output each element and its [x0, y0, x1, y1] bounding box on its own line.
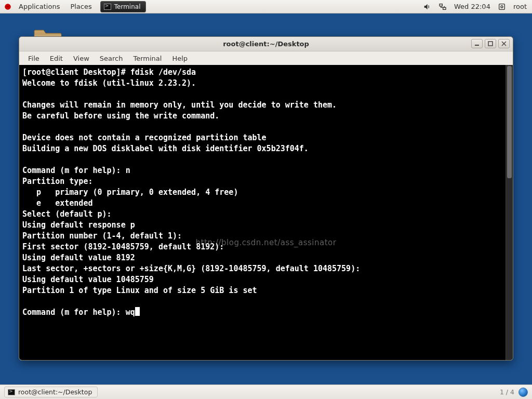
terminal-window: root@client:~/Desktop File Edit View Sea… — [19, 36, 513, 361]
maximize-button[interactable] — [485, 39, 496, 48]
applications-menu[interactable]: Applications — [14, 0, 65, 13]
distro-logo-icon — [4, 3, 11, 10]
terminal-viewport[interactable]: http://blog.csdn.net/ass_assinator [root… — [19, 65, 513, 360]
term-line: Select (default p): — [22, 209, 116, 219]
term-line: Using default value 8192 — [22, 253, 135, 262]
svg-point-4 — [501, 6, 503, 8]
clock[interactable]: Wed 22:04 — [454, 3, 490, 10]
term-line: [root@client Desktop]# fdisk /dev/sda — [22, 68, 196, 77]
window-controls — [471, 39, 510, 48]
workspace-pager-text: 1 / 4 — [500, 388, 514, 396]
bottom-task-terminal[interactable]: root@client:~/Desktop — [4, 387, 98, 397]
term-line: Partition type: — [22, 177, 92, 186]
taskbar-app-terminal[interactable]: Terminal — [100, 1, 147, 12]
term-line: Command (m for help): n — [22, 166, 130, 175]
panel-left: Applications Places Terminal — [0, 0, 146, 13]
taskbar-app-label: Terminal — [114, 3, 141, 10]
term-line: First sector (8192-10485759, default 819… — [22, 242, 229, 251]
volume-icon[interactable] — [423, 3, 431, 11]
minimize-button[interactable] — [471, 39, 483, 48]
term-input: wq — [126, 308, 135, 317]
scrollbar-thumb[interactable] — [507, 66, 512, 178]
panel-right: Wed 22:04 root — [423, 0, 532, 13]
menubar: File Edit View Search Terminal Help — [19, 51, 513, 65]
close-button[interactable] — [498, 39, 510, 48]
top-panel: Applications Places Terminal Wed 22:04 r… — [0, 0, 532, 14]
term-line: Device does not contain a recognized par… — [22, 133, 267, 142]
workspace-indicator-icon[interactable] — [518, 388, 528, 397]
places-label: Places — [70, 3, 91, 10]
svg-rect-6 — [488, 42, 493, 46]
menu-view[interactable]: View — [69, 54, 94, 63]
places-menu[interactable]: Places — [65, 0, 97, 13]
term-line: Partition number (1-4, default 1): — [22, 231, 187, 241]
power-icon[interactable] — [498, 3, 506, 11]
menu-help[interactable]: Help — [167, 54, 192, 63]
menu-file[interactable]: File — [23, 54, 44, 63]
menu-terminal[interactable]: Terminal — [128, 54, 166, 63]
term-line: Using default response p — [22, 220, 135, 230]
term-line: Partition 1 of type Linux and of size 5 … — [22, 286, 257, 295]
terminal-icon — [104, 4, 111, 10]
terminal-output: [root@client Desktop]# fdisk /dev/sda We… — [22, 67, 510, 318]
term-prompt: Command (m for help): — [22, 308, 126, 317]
svg-rect-1 — [440, 4, 442, 6]
network-icon[interactable] — [438, 3, 447, 11]
user-menu[interactable]: root — [513, 3, 527, 10]
term-line: Building a new DOS disklabel with disk i… — [22, 144, 309, 153]
term-line: Using default value 10485759 — [22, 275, 154, 284]
cursor-icon — [135, 307, 140, 316]
term-line: Be careful before using the write comman… — [22, 111, 219, 121]
menu-search[interactable]: Search — [95, 54, 128, 63]
titlebar[interactable]: root@client:~/Desktop — [19, 37, 513, 51]
term-line: p primary (0 primary, 0 extended, 4 free… — [22, 188, 238, 197]
terminal-scrollbar[interactable] — [506, 65, 513, 360]
applications-label: Applications — [19, 3, 60, 10]
bottom-right: 1 / 4 — [500, 388, 528, 397]
window-title: root@client:~/Desktop — [223, 40, 309, 48]
term-line: e extended — [22, 198, 92, 208]
menu-edit[interactable]: Edit — [45, 54, 68, 63]
terminal-icon — [8, 389, 15, 395]
term-line: Last sector, +sectors or +size{K,M,G} (8… — [22, 264, 365, 273]
svg-rect-3 — [499, 4, 505, 9]
bottom-panel: root@client:~/Desktop 1 / 4 — [0, 384, 532, 399]
term-line: Welcome to fdisk (util-linux 2.23.2). — [22, 78, 196, 88]
bottom-task-label: root@client:~/Desktop — [18, 388, 92, 396]
term-line: Changes will remain in memory only, unti… — [22, 100, 337, 110]
